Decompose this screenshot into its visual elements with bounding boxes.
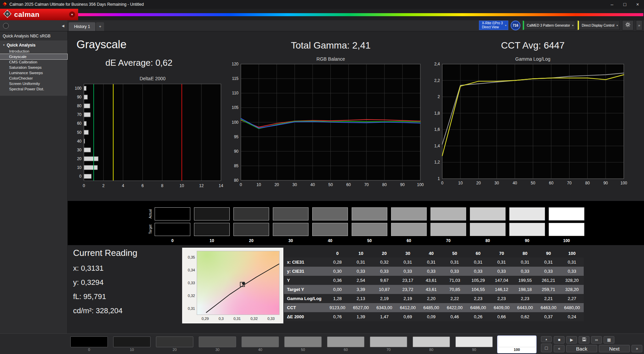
title-bar: Calman 2025 Calman Ultimate for Business… [0,0,644,9]
meter-device-button[interactable]: X-Rite i1Pro 3 Direct View ▼ [479,21,508,30]
total-gamma-readout: Total Gamma: 2,41 [252,40,410,51]
deltae-2000-chart: 024681012141009080706050403020100 [69,82,226,190]
patch-button-90[interactable]: 90 [455,336,493,353]
close-button[interactable]: × [631,0,644,9]
pattern-window-button[interactable]: □ [541,344,552,352]
patch-swatch [284,336,322,347]
cie-plot [197,251,280,315]
skip-back-button[interactable]: « [554,345,565,352]
back-button[interactable]: Back [566,345,597,352]
collapse-right-panel-button[interactable]: » [636,20,642,30]
patch-button-30[interactable]: 30 [198,336,237,353]
patch-button-10[interactable]: 10 [112,336,151,353]
patch-swatch [370,336,407,347]
patch-button-80[interactable]: 80 [412,336,451,353]
maximize-button[interactable]: □ [618,0,631,9]
svg-text:60: 60 [549,181,554,185]
patch-button-20[interactable]: 20 [155,336,194,353]
sidebar-item-screen-uniformity[interactable]: Screen Uniformity [0,81,67,86]
patch-button-60[interactable]: 60 [326,336,365,353]
sidebar-tree-children: IntroductionGrayscaleCMS CalibrationSatu… [0,49,67,92]
svg-text:50: 50 [328,182,333,187]
continuous-read-button[interactable]: ∞ [591,336,602,344]
page-title: Grayscale [76,38,127,51]
meter-count-badge[interactable]: 716 [511,21,520,30]
svg-text:70: 70 [364,182,369,187]
display-control-button[interactable]: Direct Display Control ▼ [578,21,620,30]
pattern-generator-button[interactable]: CalMED 3 Pattern Generator ▼ [523,21,575,30]
minimize-button[interactable]: – [606,0,618,9]
svg-text:2: 2 [102,183,105,188]
strip-label-70: 70 [430,238,466,243]
svg-text:80: 80 [585,181,590,185]
strip-target-row [155,223,584,236]
play-button[interactable]: ▶ [566,336,577,344]
svg-text:100: 100 [232,120,238,125]
tree-root-quick-analysis[interactable]: ▼Quick Analysis [0,42,67,49]
stop-button[interactable]: ■ [554,336,565,344]
collapse-sidebar-button[interactable]: ◀ [62,24,64,28]
svg-text:40: 40 [513,181,517,185]
patch-button-50[interactable]: 50 [284,336,322,353]
actual-patch-90 [509,207,545,220]
pattern-grid-button[interactable]: ▦ [604,336,614,344]
svg-text:80: 80 [234,178,239,183]
calman-menu-button[interactable]: calman ▼ [0,9,78,20]
table-row-y: Y0,362,549,6723,1743,6171,03105,29147,04… [284,276,584,285]
svg-text:80: 80 [77,104,82,108]
actual-patch-40 [312,207,348,220]
patch-button-label: 70 [370,347,407,352]
target-patch-10 [194,223,230,236]
strip-label-50: 50 [352,238,387,243]
svg-text:90: 90 [603,181,608,185]
skip-forward-button[interactable]: » [632,345,642,352]
double-chevron-right-icon: » [636,346,638,351]
cie-x-tick: 0,31 [233,317,240,321]
actual-row-label: Actual [149,207,153,220]
svg-text:4: 4 [122,183,124,188]
session-menu-icon[interactable] [3,23,9,29]
svg-text:60: 60 [346,182,351,187]
svg-text:0: 0 [83,183,85,188]
patch-button-0[interactable]: 0 [70,336,108,353]
tab-history-1[interactable]: History 1 [69,22,95,31]
patch-level-up-button[interactable]: ▲ [541,336,552,342]
patch-swatch [70,336,108,347]
table-col-header-50: 50 [443,249,466,258]
target-patch-90 [509,223,545,236]
svg-text:85: 85 [234,164,239,168]
table-row-cct: CCT9123,006527,006343,006412,006485,0064… [284,303,584,312]
svg-text:50: 50 [77,130,82,135]
patch-button-label: 100 [498,347,536,352]
next-button[interactable]: Next [599,345,630,352]
actual-patch-30 [273,207,309,220]
settings-gear-button[interactable] [622,20,634,30]
add-tab-button[interactable]: + [96,22,104,31]
gamma-loglog-chart: 010203040506070809010011,21,41,61,822,22… [430,62,627,187]
patch-button-40[interactable]: 40 [241,336,280,353]
main-content: Grayscale dE Average: 0,62 Total Gamma: … [68,31,644,333]
sidebar-item-colorchecker[interactable]: ColorChecker [0,76,67,81]
chevron-down-icon: ▼ [572,24,574,27]
save-button[interactable] [579,336,589,344]
svg-text:30: 30 [292,182,297,187]
patch-button-70[interactable]: 70 [369,336,408,353]
sidebar-item-grayscale[interactable]: Grayscale [0,54,67,59]
svg-text:1,2: 1,2 [434,160,440,165]
sidebar-item-saturation-sweeps[interactable]: Saturation Sweeps [0,65,67,70]
patch-button-100[interactable]: 100 [497,336,536,353]
display-control-label: Direct Display Control [582,24,614,27]
sidebar-item-luminance-sweeps[interactable]: Luminance Sweeps [0,70,67,76]
cie-y-tick: 0,32 [188,294,195,298]
patch-button-label: 0 [70,347,108,352]
sidebar-item-introduction[interactable]: Introduction [0,49,67,54]
patch-swatch [156,336,193,347]
chevron-down-icon[interactable]: ▼ [69,11,75,18]
sidebar-item-cms-calibration[interactable]: CMS Calibration [0,59,67,65]
meter-name: X-Rite i1Pro 3 [482,21,503,25]
sidebar-item-spectral-power-dist[interactable]: Spectral Power Dist. [0,86,67,92]
tab-label: History 1 [74,24,90,29]
svg-text:50: 50 [531,181,536,185]
double-chevron-left-icon: « [558,346,560,351]
cie-x-tick: 0,33 [267,317,275,321]
